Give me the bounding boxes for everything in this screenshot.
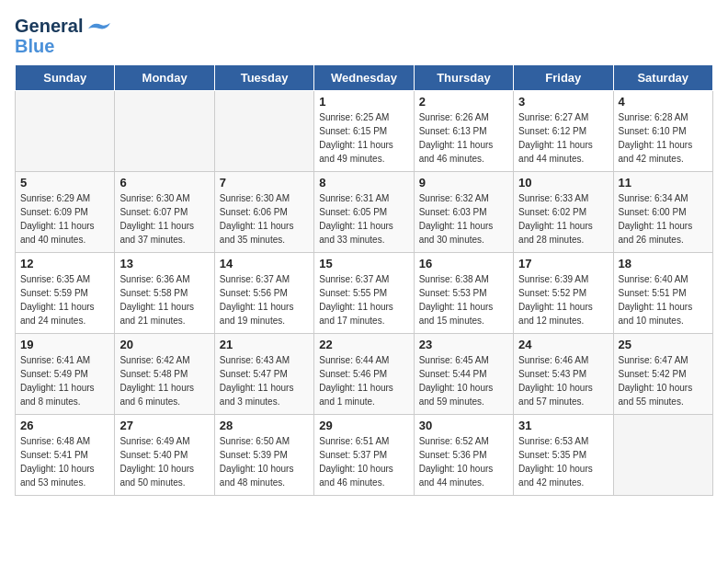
day-number: 4 [619, 95, 708, 109]
day-number: 7 [220, 176, 309, 190]
calendar-cell: 6Sunrise: 6:30 AM Sunset: 6:07 PM Daylig… [115, 172, 214, 253]
day-info: Sunrise: 6:41 AM Sunset: 5:49 PM Dayligh… [20, 353, 109, 408]
day-number: 8 [319, 176, 408, 190]
calendar-cell: 21Sunrise: 6:43 AM Sunset: 5:47 PM Dayli… [214, 334, 313, 415]
calendar-week-row: 5Sunrise: 6:29 AM Sunset: 6:09 PM Daylig… [16, 172, 713, 253]
day-info: Sunrise: 6:44 AM Sunset: 5:46 PM Dayligh… [319, 353, 408, 408]
calendar-cell [16, 91, 115, 172]
calendar-cell: 1Sunrise: 6:25 AM Sunset: 6:15 PM Daylig… [314, 91, 414, 172]
calendar-cell: 26Sunrise: 6:48 AM Sunset: 5:41 PM Dayli… [16, 415, 115, 496]
day-info: Sunrise: 6:36 AM Sunset: 5:58 PM Dayligh… [119, 272, 209, 327]
day-info: Sunrise: 6:49 AM Sunset: 5:40 PM Dayligh… [119, 434, 209, 489]
day-number: 29 [319, 419, 408, 432]
calendar-cell: 3Sunrise: 6:27 AM Sunset: 6:12 PM Daylig… [514, 91, 613, 172]
day-number: 27 [119, 419, 209, 432]
day-number: 18 [619, 257, 708, 270]
calendar-cell: 31Sunrise: 6:53 AM Sunset: 5:35 PM Dayli… [514, 415, 613, 496]
weekday-header-friday: Friday [514, 65, 613, 91]
day-number: 13 [119, 257, 209, 270]
day-number: 16 [419, 257, 508, 270]
calendar-cell: 12Sunrise: 6:35 AM Sunset: 5:59 PM Dayli… [16, 253, 115, 334]
logo: General Blue [15, 15, 112, 55]
calendar-cell: 8Sunrise: 6:31 AM Sunset: 6:05 PM Daylig… [314, 172, 414, 253]
day-info: Sunrise: 6:46 AM Sunset: 5:43 PM Dayligh… [518, 353, 608, 408]
calendar-cell [214, 91, 313, 172]
day-number: 3 [518, 95, 608, 109]
calendar-cell: 20Sunrise: 6:42 AM Sunset: 5:48 PM Dayli… [115, 334, 214, 415]
day-info: Sunrise: 6:38 AM Sunset: 5:53 PM Dayligh… [419, 272, 508, 327]
day-info: Sunrise: 6:39 AM Sunset: 5:52 PM Dayligh… [518, 272, 608, 327]
weekday-header-row: SundayMondayTuesdayWednesdayThursdayFrid… [16, 65, 713, 91]
day-info: Sunrise: 6:34 AM Sunset: 6:00 PM Dayligh… [619, 191, 708, 247]
calendar-cell: 7Sunrise: 6:30 AM Sunset: 6:06 PM Daylig… [214, 172, 313, 253]
day-number: 14 [220, 257, 309, 270]
day-number: 12 [20, 257, 109, 270]
calendar-week-row: 12Sunrise: 6:35 AM Sunset: 5:59 PM Dayli… [16, 253, 713, 334]
calendar-cell: 9Sunrise: 6:32 AM Sunset: 6:03 PM Daylig… [414, 172, 513, 253]
calendar-week-row: 26Sunrise: 6:48 AM Sunset: 5:41 PM Dayli… [16, 415, 713, 496]
day-info: Sunrise: 6:50 AM Sunset: 5:39 PM Dayligh… [220, 434, 309, 489]
day-number: 24 [518, 338, 608, 351]
day-number: 2 [419, 95, 508, 109]
calendar-cell: 25Sunrise: 6:47 AM Sunset: 5:42 PM Dayli… [613, 334, 712, 415]
calendar-cell [115, 91, 214, 172]
calendar-cell [613, 415, 712, 496]
calendar-cell: 16Sunrise: 6:38 AM Sunset: 5:53 PM Dayli… [414, 253, 513, 334]
day-number: 15 [319, 257, 408, 270]
day-number: 10 [518, 176, 608, 190]
day-info: Sunrise: 6:30 AM Sunset: 6:06 PM Dayligh… [220, 191, 309, 247]
page-container: General Blue SundayMondayTuesdayWednesda… [0, 0, 728, 503]
calendar-cell: 10Sunrise: 6:33 AM Sunset: 6:02 PM Dayli… [514, 172, 613, 253]
calendar-cell: 13Sunrise: 6:36 AM Sunset: 5:58 PM Dayli… [115, 253, 214, 334]
day-info: Sunrise: 6:35 AM Sunset: 5:59 PM Dayligh… [20, 272, 109, 327]
day-number: 5 [20, 176, 109, 190]
calendar-cell: 27Sunrise: 6:49 AM Sunset: 5:40 PM Dayli… [115, 415, 214, 496]
weekday-header-thursday: Thursday [414, 65, 513, 91]
day-info: Sunrise: 6:51 AM Sunset: 5:37 PM Dayligh… [319, 434, 408, 489]
weekday-header-saturday: Saturday [613, 65, 712, 91]
day-number: 31 [518, 419, 608, 432]
day-number: 28 [220, 419, 309, 432]
weekday-header-tuesday: Tuesday [214, 65, 313, 91]
day-info: Sunrise: 6:28 AM Sunset: 6:10 PM Dayligh… [619, 110, 708, 166]
calendar-cell: 18Sunrise: 6:40 AM Sunset: 5:51 PM Dayli… [613, 253, 712, 334]
calendar-cell: 29Sunrise: 6:51 AM Sunset: 5:37 PM Dayli… [314, 415, 414, 496]
calendar-week-row: 1Sunrise: 6:25 AM Sunset: 6:15 PM Daylig… [16, 91, 713, 172]
day-number: 17 [518, 257, 608, 270]
calendar-cell: 23Sunrise: 6:45 AM Sunset: 5:44 PM Dayli… [414, 334, 513, 415]
day-number: 9 [419, 176, 508, 190]
day-number: 1 [319, 95, 408, 109]
day-info: Sunrise: 6:31 AM Sunset: 6:05 PM Dayligh… [319, 191, 408, 247]
calendar-cell: 19Sunrise: 6:41 AM Sunset: 5:49 PM Dayli… [16, 334, 115, 415]
calendar-cell: 24Sunrise: 6:46 AM Sunset: 5:43 PM Dayli… [514, 334, 613, 415]
calendar-cell: 14Sunrise: 6:37 AM Sunset: 5:56 PM Dayli… [214, 253, 313, 334]
day-info: Sunrise: 6:52 AM Sunset: 5:36 PM Dayligh… [419, 434, 508, 489]
calendar-cell: 11Sunrise: 6:34 AM Sunset: 6:00 PM Dayli… [613, 172, 712, 253]
calendar-cell: 28Sunrise: 6:50 AM Sunset: 5:39 PM Dayli… [214, 415, 313, 496]
day-info: Sunrise: 6:33 AM Sunset: 6:02 PM Dayligh… [518, 191, 608, 247]
day-info: Sunrise: 6:26 AM Sunset: 6:13 PM Dayligh… [419, 110, 508, 166]
day-number: 26 [20, 419, 109, 432]
day-info: Sunrise: 6:45 AM Sunset: 5:44 PM Dayligh… [419, 353, 508, 408]
day-info: Sunrise: 6:48 AM Sunset: 5:41 PM Dayligh… [20, 434, 109, 489]
header: General Blue [15, 15, 713, 55]
day-info: Sunrise: 6:53 AM Sunset: 5:35 PM Dayligh… [518, 434, 608, 489]
weekday-header-sunday: Sunday [16, 65, 115, 91]
day-number: 11 [619, 176, 708, 190]
calendar-cell: 4Sunrise: 6:28 AM Sunset: 6:10 PM Daylig… [613, 91, 712, 172]
day-number: 30 [419, 419, 508, 432]
calendar-cell: 30Sunrise: 6:52 AM Sunset: 5:36 PM Dayli… [414, 415, 513, 496]
day-info: Sunrise: 6:40 AM Sunset: 5:51 PM Dayligh… [619, 272, 708, 327]
day-number: 21 [220, 338, 309, 351]
day-info: Sunrise: 6:29 AM Sunset: 6:09 PM Dayligh… [20, 191, 109, 247]
day-number: 23 [419, 338, 508, 351]
day-number: 22 [319, 338, 408, 351]
day-info: Sunrise: 6:32 AM Sunset: 6:03 PM Dayligh… [419, 191, 508, 247]
day-info: Sunrise: 6:30 AM Sunset: 6:07 PM Dayligh… [119, 191, 209, 247]
day-info: Sunrise: 6:43 AM Sunset: 5:47 PM Dayligh… [220, 353, 309, 408]
day-info: Sunrise: 6:25 AM Sunset: 6:15 PM Dayligh… [319, 110, 408, 166]
logo-text: General Blue [15, 15, 83, 55]
logo-bird-icon [86, 19, 112, 38]
calendar-table: SundayMondayTuesdayWednesdayThursdayFrid… [15, 64, 713, 496]
day-info: Sunrise: 6:42 AM Sunset: 5:48 PM Dayligh… [119, 353, 209, 408]
